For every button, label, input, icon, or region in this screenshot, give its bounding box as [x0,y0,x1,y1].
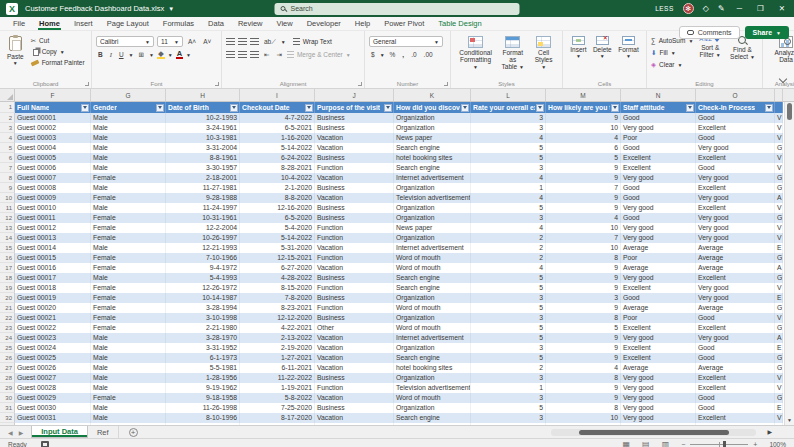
cell[interactable]: Good [621,143,696,153]
row-number[interactable]: 16 [0,253,15,263]
cell[interactable]: Female [91,233,166,243]
cell[interactable]: Good [696,133,775,143]
row-number[interactable]: 24 [0,333,15,343]
cell[interactable]: Organization [394,293,471,303]
cell[interactable]: Very good [696,193,775,203]
column-header[interactable]: How did you discover us? [394,102,471,113]
cell[interactable]: 3 [471,313,546,323]
cell[interactable]: Female [91,393,166,403]
increase-indent-button[interactable]: ⇥ [274,51,283,59]
cell[interactable]: Search engine [394,353,471,363]
cell[interactable]: 11-22-2022 [240,373,315,383]
column-header[interactable]: Gender [91,102,166,113]
cell[interactable]: Vacation [315,363,394,373]
cell[interactable]: Very good [696,173,775,183]
cell[interactable]: 12-12-2020 [240,313,315,323]
row-number[interactable]: 29 [0,383,15,393]
row-number[interactable]: 10 [0,193,15,203]
cell[interactable]: Word of mouth [394,323,471,333]
cell[interactable]: 6-5-2020 [240,213,315,223]
cell[interactable]: 2-18-2001 [166,173,240,183]
cell[interactable]: 9 [546,333,621,343]
decrease-decimal-button[interactable]: .00 [422,51,435,58]
column-header[interactable]: Checkout Date [240,102,315,113]
cell[interactable]: Male [91,153,166,163]
comma-style-button[interactable]: , [400,51,406,58]
cell[interactable]: Guest 00031 [15,413,91,423]
borders-button[interactable]: ⊞ [137,51,146,59]
restore-button[interactable]: ❐ [754,4,767,13]
cell[interactable]: 2 [471,233,546,243]
row-number[interactable]: 8 [0,173,15,183]
column-header[interactable]: Full Name [15,102,91,113]
cell[interactable]: Very good [621,373,696,383]
font-color-button[interactable]: A [176,50,183,59]
cell[interactable]: 1-27-2021 [240,353,315,363]
sort-filter-button[interactable]: A⇅Z Sort &Filter ▼ [696,35,724,70]
cell[interactable]: 3 [471,293,546,303]
row-number[interactable]: 25 [0,343,15,353]
cell[interactable]: Female [91,253,166,263]
row-number[interactable]: 13 [0,223,15,233]
column-header[interactable]: Purpose of the visit [315,102,394,113]
cell[interactable]: Female [91,313,166,323]
cell[interactable]: Function [315,283,394,293]
cell[interactable]: Very good [621,383,696,393]
cell[interactable]: Organization [394,313,471,323]
cell[interactable]: 5 [471,353,546,363]
cell[interactable]: 10 [546,123,621,133]
cell[interactable]: Function [315,303,394,313]
ribbon-tab-file[interactable]: File [6,17,32,30]
cell[interactable]: 12-16-2020 [240,203,315,213]
horizontal-scrollbar[interactable] [551,429,756,436]
cell[interactable]: Excellent [621,153,696,163]
fill-color-button[interactable]: ◆ [157,50,165,59]
editing-mode-pencil-icon[interactable]: ✎ [718,3,725,14]
paste-button[interactable]: Paste▼ [4,35,27,68]
cell[interactable]: Television advertisement [394,193,471,203]
format-cells-button[interactable]: Format▼ [615,35,642,61]
cell[interactable]: 9 [546,343,621,353]
row-number[interactable]: 4 [0,133,15,143]
filter-dropdown-icon[interactable] [305,104,313,112]
number-dialog-launcher-icon[interactable] [444,82,448,86]
cell[interactable]: Excellent [696,373,775,383]
filter-dropdown-icon[interactable] [611,104,619,112]
cell[interactable]: Organization [394,403,471,413]
cell[interactable]: 9 [546,113,621,123]
cell[interactable]: Guest 00016 [15,263,91,273]
row-number[interactable]: 6 [0,153,15,163]
cell[interactable]: Good [621,113,696,123]
cell[interactable]: 5-14-2022 [240,233,315,243]
cell[interactable]: Organization [394,113,471,123]
cell[interactable]: Very good [621,223,696,233]
cell[interactable]: Guest 00002 [15,123,91,133]
cell[interactable]: hotel booking sites [394,153,471,163]
cell[interactable]: Guest 00001 [15,113,91,123]
cell[interactable]: Search engine [394,143,471,153]
font-size-select[interactable]: 11▼ [157,36,183,47]
cell[interactable]: Male [91,373,166,383]
cell[interactable]: 5 [471,333,546,343]
horizontal-scrollbar-thumb[interactable] [579,430,729,435]
cell[interactable]: Vacation [315,353,394,363]
filter-dropdown-icon[interactable] [156,104,164,112]
cell[interactable]: 5 [471,143,546,153]
row-number[interactable]: 32 [0,413,15,423]
format-painter-button[interactable]: Format Painter [31,57,85,68]
cell[interactable]: 9 [546,173,621,183]
cell[interactable]: Good [621,183,696,193]
cell[interactable]: Excellent [696,413,775,423]
cut-button[interactable]: ✂Cut [31,35,85,46]
underline-button[interactable]: U [117,51,126,58]
cell[interactable]: Excellent [696,383,775,393]
merge-center-button[interactable]: Merge & Center▼ [287,49,351,60]
cell[interactable]: 9-4-1972 [166,263,240,273]
cell[interactable]: Organization [394,373,471,383]
cell[interactable]: Poor [621,253,696,263]
cell[interactable]: Male [91,243,166,253]
row-number[interactable]: 2 [0,113,15,123]
cell[interactable]: Male [91,343,166,353]
cell[interactable]: 2-1-2020 [240,183,315,193]
cell[interactable]: Female [91,213,166,223]
